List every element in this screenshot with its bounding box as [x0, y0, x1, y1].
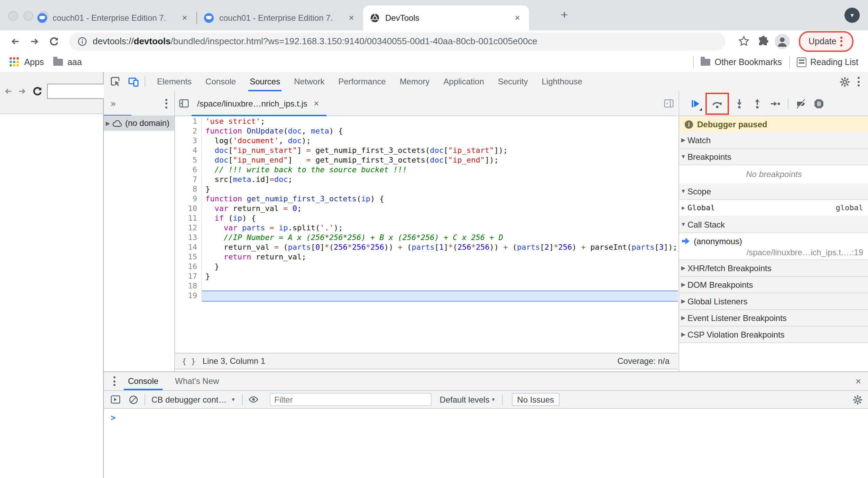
browser-tab-3[interactable]: DevTools× [363, 6, 529, 30]
devtools-menu-button[interactable] [853, 77, 864, 86]
close-tab-button[interactable]: × [180, 13, 190, 23]
code-line-10[interactable]: 10 var return_val = 0; [175, 204, 678, 214]
line-number[interactable]: 15 [175, 252, 202, 262]
panel-tab-elements[interactable]: Elements [150, 72, 198, 91]
panel-tab-lighthouse[interactable]: Lighthouse [535, 72, 589, 91]
line-number[interactable]: 14 [175, 243, 202, 252]
section-breakpoints[interactable]: ▼Breakpoints [679, 149, 868, 165]
code-line-14[interactable]: 14 return_val = (parts[0]*(256*256*256))… [175, 243, 678, 252]
step-into-button[interactable] [730, 94, 748, 112]
chevron-right-icon[interactable]: ▶ [104, 120, 112, 126]
line-number[interactable]: 17 [175, 272, 202, 282]
section-csp-violation-breakpoints[interactable]: ▶CSP Violation Breakpoints [679, 327, 868, 343]
code-line-11[interactable]: 11 if (ip) { [175, 214, 678, 223]
drawer-menu-button[interactable] [109, 376, 120, 386]
clear-console-button[interactable] [124, 391, 142, 408]
panel-tab-network[interactable]: Network [287, 72, 331, 91]
browser-menu-icon[interactable] [837, 36, 847, 46]
close-tab-button[interactable]: × [347, 13, 356, 23]
mini-back-button[interactable] [1, 82, 15, 101]
step-over-button[interactable] [708, 94, 726, 112]
code-line-4[interactable]: 4 doc["ip_num_start"] = get_numip_first_… [175, 146, 678, 156]
code-line-1[interactable]: 1'use strict'; [175, 117, 678, 127]
panel-tab-memory[interactable]: Memory [393, 72, 437, 91]
section-watch[interactable]: ▶Watch [679, 132, 868, 149]
code-line-18[interactable]: 18 [175, 282, 678, 291]
navigator-item-no-domain[interactable]: ▶ (no domain) [104, 116, 174, 131]
hide-navigator-icon[interactable] [179, 99, 189, 108]
panel-tab-performance[interactable]: Performance [331, 72, 393, 91]
console-settings-button[interactable] [853, 395, 862, 404]
line-number[interactable]: 2 [175, 127, 202, 136]
pretty-print-button[interactable]: { } [182, 357, 196, 366]
close-tab-button[interactable]: × [513, 13, 522, 23]
code-editor-content[interactable]: 1'use strict';2function OnUpdate(doc, me… [175, 116, 678, 354]
pause-on-exceptions-button[interactable] [810, 94, 828, 112]
step-button[interactable] [766, 94, 784, 112]
close-window-button[interactable] [8, 11, 18, 21]
line-number[interactable]: 9 [175, 194, 202, 204]
panel-tab-application[interactable]: Application [436, 72, 491, 91]
code-line-8[interactable]: 8} [175, 185, 678, 194]
live-expression-button[interactable] [244, 391, 262, 408]
line-number[interactable]: 5 [175, 156, 202, 165]
reading-list[interactable]: Reading List [810, 57, 858, 67]
back-button[interactable] [6, 31, 25, 51]
mini-reload-button[interactable] [30, 82, 45, 101]
tab-whats-new[interactable]: What's New [167, 372, 227, 390]
console-messages-area[interactable]: > [104, 409, 868, 478]
line-number[interactable]: 12 [175, 223, 202, 233]
tab-console[interactable]: Console [120, 372, 167, 390]
line-number[interactable]: 1 [175, 117, 202, 127]
line-number[interactable]: 13 [175, 233, 202, 243]
section-xhr-fetch-breakpoints[interactable]: ▶XHR/fetch Breakpoints [679, 260, 868, 277]
extensions-button[interactable] [753, 31, 773, 51]
panel-tab-sources[interactable]: Sources [243, 72, 287, 91]
tab-search-button[interactable]: ▾ [844, 8, 860, 23]
show-debugger-sidebar-icon[interactable] [664, 99, 674, 108]
scope-global-row[interactable]: ▶Globalglobal [679, 200, 868, 217]
code-line-13[interactable]: 13 //IP Number = A x (256*256*256) + B x… [175, 233, 678, 243]
line-number[interactable]: 4 [175, 146, 202, 156]
code-line-16[interactable]: 16 } [175, 262, 678, 272]
navigator-more-tabs[interactable]: » [111, 98, 161, 109]
close-file-tab-button[interactable]: × [312, 99, 321, 108]
code-line-6[interactable]: 6 // !!! write back to the source bucket… [175, 165, 678, 175]
code-line-17[interactable]: 17} [175, 272, 678, 282]
deactivate-breakpoints-button[interactable] [792, 94, 810, 112]
new-tab-button[interactable]: + [557, 9, 571, 23]
code-line-7[interactable]: 7 src[meta.id]=doc; [175, 175, 678, 185]
line-number[interactable]: 10 [175, 204, 202, 214]
panel-tab-console[interactable]: Console [198, 72, 243, 91]
devtools-settings-button[interactable] [835, 73, 853, 90]
close-drawer-button[interactable]: × [856, 376, 861, 387]
inspect-element-button[interactable] [107, 73, 124, 90]
code-line-19[interactable]: 19 [175, 291, 678, 301]
line-number[interactable]: 6 [175, 165, 202, 175]
reload-button[interactable] [44, 31, 64, 51]
line-number[interactable]: 3 [175, 136, 202, 146]
mini-address-input[interactable] [47, 84, 105, 99]
console-levels-dropdown[interactable]: Default levels [440, 395, 489, 404]
device-toolbar-button[interactable] [124, 73, 142, 90]
line-number[interactable]: 8 [175, 185, 202, 194]
chevron-right-icon[interactable]: ▶ [679, 205, 687, 211]
section-call-stack[interactable]: ▼Call Stack [679, 217, 868, 233]
browser-tab-1[interactable]: couch01 - Enterprise Edition 7.× [30, 6, 196, 30]
console-sidebar-button[interactable] [107, 391, 124, 408]
editor-file-tab[interactable]: /space/linuxbre…nrich_ips.t.js × [192, 91, 327, 116]
line-number[interactable]: 18 [175, 282, 202, 291]
console-prompt-chevron[interactable]: > [111, 413, 116, 423]
section-global-listeners[interactable]: ▶Global Listeners [679, 293, 868, 310]
resume-button[interactable] [686, 94, 704, 112]
section-event-listener-breakpoints[interactable]: ▶Event Listener Breakpoints [679, 310, 868, 327]
bookmark-folder-aaa[interactable]: aaa [67, 57, 82, 67]
mini-forward-button[interactable] [15, 82, 29, 101]
other-bookmarks[interactable]: Other Bookmarks [714, 57, 782, 67]
forward-button[interactable] [25, 31, 44, 51]
bookmark-apps[interactable]: Apps [24, 57, 44, 67]
code-line-12[interactable]: 12 var parts = ip.split('.'); [175, 223, 678, 233]
line-number[interactable]: 11 [175, 214, 202, 223]
code-line-3[interactable]: 3 log('document', doc); [175, 136, 678, 146]
no-issues-button[interactable]: No Issues [511, 393, 560, 406]
